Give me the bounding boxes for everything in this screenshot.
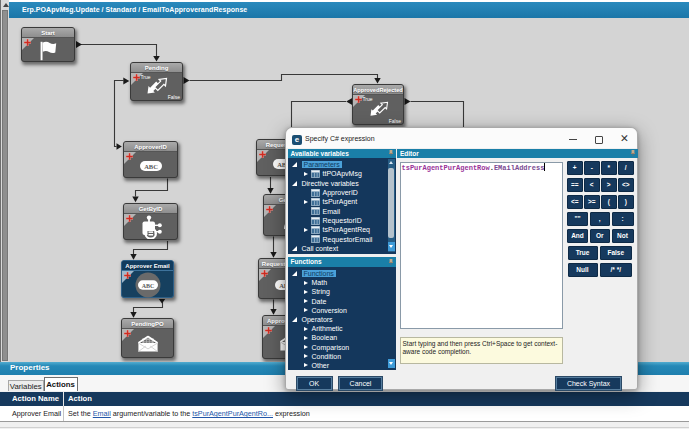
- svg-text:ABC: ABC: [141, 283, 154, 289]
- svg-text:ABC: ABC: [144, 162, 158, 169]
